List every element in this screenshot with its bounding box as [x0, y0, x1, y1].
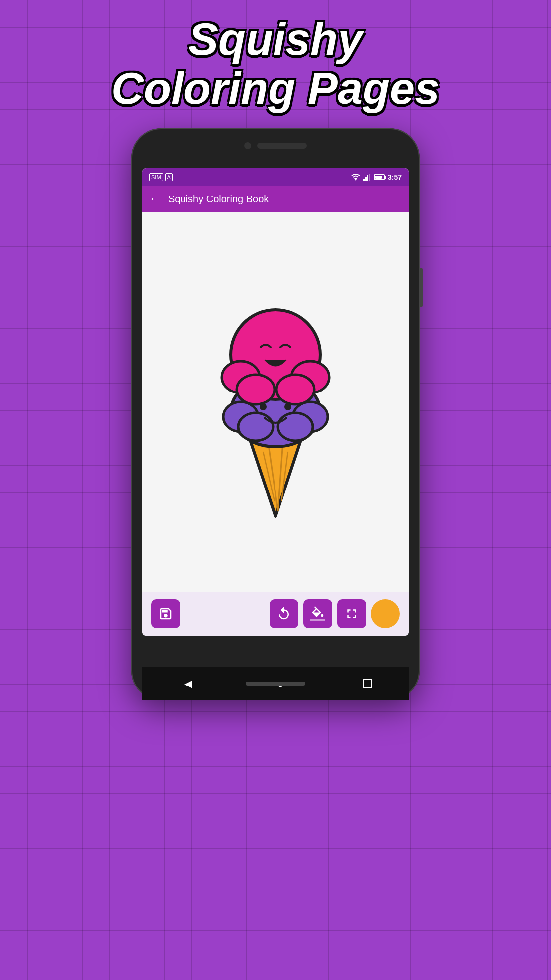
- status-a-indicator: A: [165, 173, 173, 181]
- svg-rect-1: [363, 179, 365, 181]
- save-icon: [158, 606, 173, 621]
- svg-rect-3: [367, 175, 368, 181]
- status-sim: SIM: [149, 173, 163, 181]
- color-selector[interactable]: [371, 599, 400, 628]
- status-left: SIM A: [149, 173, 173, 181]
- phone-shell: SIM A: [131, 128, 420, 700]
- phone-mockup: SIM A: [131, 128, 420, 700]
- status-right: 3:57: [351, 173, 402, 181]
- svg-point-13: [238, 413, 273, 441]
- back-button[interactable]: ←: [149, 193, 160, 205]
- expand-icon: [344, 606, 359, 621]
- title-line2: Coloring Pages: [111, 64, 440, 113]
- svg-point-20: [237, 375, 275, 404]
- phone-screen: SIM A: [142, 168, 409, 636]
- nav-back-button[interactable]: ◀: [179, 674, 198, 693]
- svg-point-21: [276, 375, 314, 404]
- bottom-toolbar: [142, 592, 409, 636]
- svg-point-14: [278, 413, 313, 441]
- app-bar-title: Squishy Coloring Book: [168, 194, 269, 205]
- app-bar: ← Squishy Coloring Book: [142, 186, 409, 212]
- status-bar: SIM A: [142, 168, 409, 186]
- svg-rect-2: [365, 177, 367, 181]
- wifi-icon: [351, 174, 360, 181]
- phone-bottom-indicator: [246, 682, 305, 686]
- phone-top-bar: [244, 142, 307, 149]
- svg-rect-4: [369, 174, 370, 181]
- expand-button[interactable]: [337, 599, 366, 628]
- signal-icon: [363, 174, 371, 181]
- status-time: 3:57: [388, 173, 402, 181]
- battery-icon: [374, 174, 385, 180]
- nav-recents-button[interactable]: [363, 679, 372, 688]
- toolbar-left: [151, 599, 180, 628]
- undo-icon: [276, 606, 291, 621]
- fill-button[interactable]: [303, 599, 332, 628]
- toolbar-right: [270, 599, 400, 628]
- undo-button[interactable]: [270, 599, 298, 628]
- ice-cream-drawing: [191, 273, 360, 531]
- svg-marker-0: [354, 178, 357, 181]
- phone-camera: [244, 142, 251, 149]
- page-title: Squishy Coloring Pages: [92, 0, 459, 113]
- phone-speaker: [257, 143, 307, 149]
- fill-icon: [310, 606, 325, 621]
- phone-side-button: [419, 268, 423, 307]
- save-button[interactable]: [151, 599, 180, 628]
- title-line1: Squishy: [188, 14, 363, 64]
- canvas-area[interactable]: [142, 212, 409, 592]
